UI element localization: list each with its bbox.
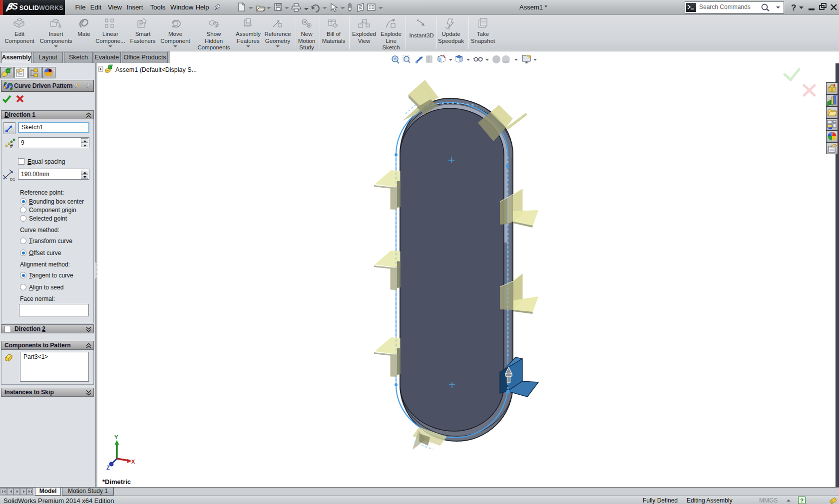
- svg-text:#: #: [10, 144, 13, 149]
- svg-text:?: ?: [85, 82, 90, 90]
- svg-text:?: ?: [791, 3, 796, 12]
- svg-text:D1: D1: [10, 177, 15, 182]
- svg-text:?: ?: [73, 82, 78, 90]
